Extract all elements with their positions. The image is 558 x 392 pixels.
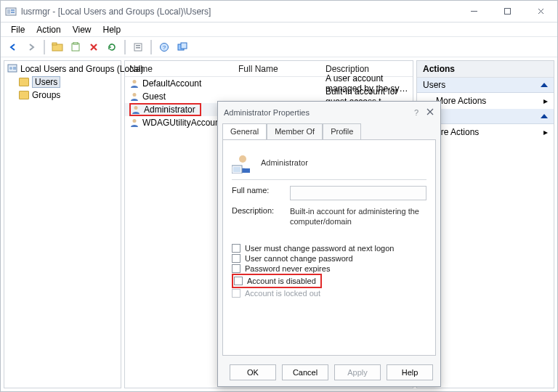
tool-help[interactable]: ? bbox=[156, 39, 172, 55]
tool-refresh[interactable] bbox=[104, 39, 120, 55]
close-button[interactable] bbox=[524, 1, 557, 22]
tool-properties[interactable] bbox=[130, 39, 146, 55]
sep bbox=[44, 40, 45, 54]
collapse-icon bbox=[541, 83, 548, 87]
back-button[interactable] bbox=[5, 39, 21, 55]
dialog-buttons: OK Cancel Apply Help bbox=[218, 360, 440, 386]
svg-rect-6 bbox=[52, 43, 57, 45]
svg-rect-3 bbox=[11, 12, 15, 13]
svg-rect-10 bbox=[136, 45, 140, 46]
checks-container: User must change password at next logonU… bbox=[232, 243, 426, 298]
user-row: Administrator bbox=[232, 149, 426, 180]
properties-dialog: Administrator Properties ? General Membe… bbox=[217, 101, 441, 387]
highlight-box: Account is disabled bbox=[232, 274, 322, 288]
checkbox-account-is-locked-out: Account is locked out bbox=[232, 288, 426, 298]
tab-general[interactable]: General bbox=[222, 123, 267, 139]
dialog-title: Administrator Properties bbox=[224, 108, 310, 117]
tool-paste[interactable] bbox=[68, 39, 84, 55]
actions-section-users[interactable]: Users bbox=[417, 78, 554, 93]
menu-file[interactable]: File bbox=[5, 24, 31, 36]
tab-profile[interactable]: Profile bbox=[323, 123, 361, 139]
menu-action[interactable]: Action bbox=[31, 24, 66, 36]
checkbox-box bbox=[232, 254, 240, 263]
user-icon bbox=[232, 152, 254, 173]
user-icon bbox=[131, 105, 141, 115]
user-label: Administrator bbox=[261, 158, 308, 167]
col-description[interactable]: Description bbox=[326, 64, 413, 74]
col-name[interactable]: Name bbox=[129, 64, 238, 74]
tree-users[interactable]: Users bbox=[6, 75, 119, 89]
maximize-button[interactable] bbox=[490, 1, 524, 22]
menu-help[interactable]: Help bbox=[97, 24, 127, 36]
checkbox-box bbox=[232, 289, 240, 298]
app-icon bbox=[5, 6, 17, 17]
svg-rect-15 bbox=[181, 43, 187, 49]
folder-icon bbox=[19, 78, 29, 86]
fullname-row: Full name: bbox=[232, 186, 426, 200]
actions-header: Actions bbox=[417, 61, 554, 78]
folder-icon bbox=[19, 91, 29, 99]
cancel-button[interactable]: Cancel bbox=[282, 364, 328, 380]
apply-button[interactable]: Apply bbox=[334, 364, 381, 380]
tree-groups[interactable]: Groups bbox=[6, 89, 119, 102]
svg-rect-4 bbox=[504, 9, 510, 15]
checkbox-user-must-change-password-at-next-logon[interactable]: User must change password at next logon bbox=[232, 243, 426, 253]
svg-point-20 bbox=[133, 93, 137, 97]
dialog-close-button[interactable] bbox=[426, 107, 434, 118]
sep bbox=[124, 40, 126, 54]
window-root: lusrmgr - [Local Users and Groups (Local… bbox=[0, 0, 558, 392]
description-row: Description: Built-in account for admini… bbox=[232, 206, 426, 227]
checkbox-box bbox=[232, 244, 240, 253]
tool-delete[interactable] bbox=[86, 39, 102, 55]
titlebar: lusrmgr - [Local Users and Groups (Local… bbox=[1, 1, 557, 23]
svg-rect-1 bbox=[7, 9, 10, 14]
description-value: Built-in account for administering the c… bbox=[290, 206, 426, 227]
svg-point-22 bbox=[133, 119, 137, 123]
svg-rect-2 bbox=[11, 9, 15, 11]
dialog-tabs: General Member Of Profile bbox=[218, 123, 440, 139]
svg-rect-26 bbox=[233, 167, 240, 172]
svg-text:?: ? bbox=[163, 44, 166, 51]
chevron-right-icon: ▸ bbox=[543, 96, 548, 106]
svg-point-21 bbox=[134, 106, 138, 110]
svg-point-19 bbox=[133, 80, 137, 83]
window-title: lusrmgr - [Local Users and Groups (Local… bbox=[21, 7, 211, 17]
user-icon bbox=[129, 118, 140, 128]
mgmt-icon bbox=[7, 63, 17, 75]
dialog-titlebar: Administrator Properties ? bbox=[218, 102, 440, 123]
menubar: File Action View Help bbox=[1, 23, 557, 37]
chevron-right-icon: ▸ bbox=[543, 127, 548, 137]
svg-rect-18 bbox=[13, 67, 16, 70]
highlight-box: Administrator bbox=[129, 103, 201, 116]
tab-general-body: Administrator Full name: Description: Bu… bbox=[222, 139, 436, 356]
menu-view[interactable]: View bbox=[67, 24, 97, 36]
tree-root[interactable]: Local Users and Groups (Local) bbox=[6, 62, 119, 75]
help-button[interactable]: Help bbox=[387, 364, 433, 380]
col-fullname[interactable]: Full Name bbox=[238, 64, 326, 74]
forward-button[interactable] bbox=[23, 39, 39, 55]
svg-rect-8 bbox=[73, 42, 78, 44]
checkbox-password-never-expires[interactable]: Password never expires bbox=[232, 264, 426, 274]
fullname-input[interactable] bbox=[290, 186, 426, 200]
checkbox-box bbox=[232, 264, 240, 273]
svg-rect-11 bbox=[136, 47, 140, 49]
checkbox-box bbox=[234, 277, 243, 285]
tab-memberof[interactable]: Member Of bbox=[267, 123, 323, 139]
user-icon bbox=[129, 78, 140, 89]
collapse-icon bbox=[541, 114, 548, 118]
toolbar: ? bbox=[1, 37, 557, 57]
user-icon bbox=[129, 91, 140, 102]
svg-point-17 bbox=[9, 67, 12, 70]
sep bbox=[150, 40, 152, 54]
svg-point-23 bbox=[239, 155, 246, 163]
minimize-button[interactable] bbox=[457, 1, 490, 22]
checkbox-account-is-disabled[interactable]: Account is disabled bbox=[234, 276, 316, 286]
ok-button[interactable]: OK bbox=[230, 364, 276, 380]
checkbox-user-cannot-change-password[interactable]: User cannot change password bbox=[232, 253, 426, 264]
help-icon[interactable]: ? bbox=[414, 108, 418, 117]
tool-folder[interactable] bbox=[49, 39, 65, 55]
tool-windows[interactable] bbox=[174, 39, 190, 55]
tree-pane[interactable]: Local Users and Groups (Local) Users Gro… bbox=[4, 60, 121, 388]
